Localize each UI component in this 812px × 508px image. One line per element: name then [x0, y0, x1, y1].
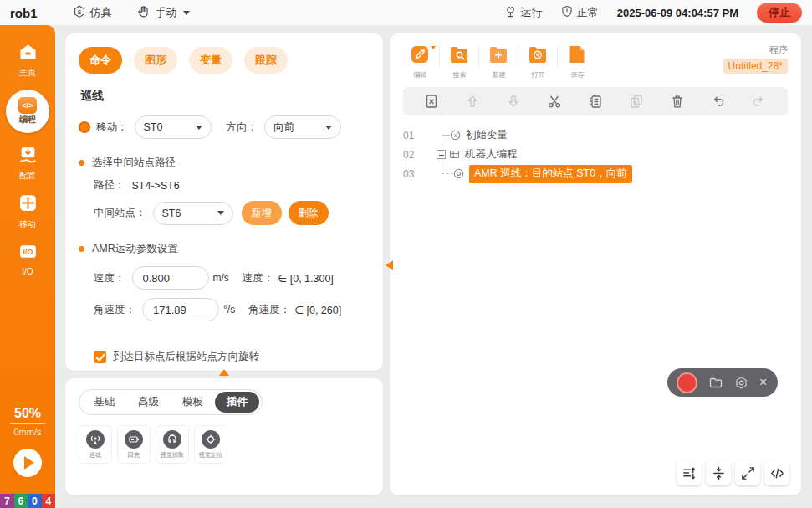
speed-input[interactable] — [132, 266, 209, 290]
sidebar-item-home[interactable]: 主页 — [0, 42, 55, 79]
search-icon — [448, 44, 470, 69]
tab-trace[interactable]: 跟踪 — [244, 47, 288, 74]
sidebar-item-move[interactable]: 移动 — [0, 192, 55, 230]
new-action-button[interactable]: 新建 — [482, 44, 515, 80]
svg-text:I/O: I/O — [23, 248, 33, 256]
program-meta: 程序 Untitled_28* — [723, 44, 788, 74]
edit-action-button[interactable]: 编辑 — [403, 44, 437, 80]
gear-icon[interactable] — [734, 376, 748, 390]
digit-tile: 4 — [42, 494, 56, 508]
direction-select[interactable]: 向前 — [264, 115, 341, 139]
tab-advanced[interactable]: 高级 — [126, 392, 171, 413]
cut-button[interactable] — [544, 91, 564, 111]
topbar: rob1 S 仿真 手动 运行 正常 2025-06-09 04:04:57 P… — [0, 0, 812, 25]
move-station-select[interactable]: ST0 — [135, 115, 212, 139]
path-section-header: 选择中间站点路径 — [79, 156, 370, 170]
plugin-recharge[interactable]: 回充 — [117, 425, 151, 464]
close-icon[interactable]: × — [759, 376, 767, 389]
command-title: 巡线 — [80, 89, 370, 104]
recorder-toolbar: × — [667, 368, 778, 397]
plugin-line-follow[interactable]: 巡线 — [79, 425, 112, 464]
amr-node-icon — [453, 168, 464, 179]
tree-row-amr-line-follow[interactable]: 03 AMR 巡线：目的站点 ST0，向前 — [403, 164, 788, 183]
angular-speed-row: 角速度： °/s 角速度： ∈ [0, 260] — [94, 298, 370, 321]
manual-mode-dropdown[interactable]: 手动 — [137, 4, 190, 21]
divider — [439, 45, 440, 67]
simulation-mode-button[interactable]: S 仿真 — [73, 5, 112, 21]
sidebar-nav: 主页 </> 编程 配置 移动 I/O I/O — [0, 42, 55, 287]
move-down-button[interactable] — [503, 91, 523, 111]
health-status-label: 正常 — [577, 5, 599, 20]
io-icon: I/O — [18, 241, 38, 265]
sidebar: 主页 </> 编程 配置 移动 I/O I/O 50% 0mm/s — [0, 25, 55, 508]
speed-indicator: 50% 0mm/s — [10, 406, 45, 437]
folder-icon[interactable] — [708, 375, 723, 390]
collapse-up-icon[interactable] — [219, 369, 229, 376]
divider — [10, 423, 45, 424]
plugin-vision-locate[interactable]: 视觉定位 — [194, 425, 227, 464]
copy-add-button[interactable] — [626, 91, 646, 111]
expand-button[interactable] — [735, 460, 760, 485]
command-panel: 命令 图形 变量 跟踪 巡线 移动： ST0 方向： 向前 选择中间站点路径 路… — [65, 33, 383, 371]
save-icon — [566, 44, 588, 69]
search-action-button[interactable]: 搜索 — [442, 44, 476, 80]
tab-command[interactable]: 命令 — [79, 47, 122, 74]
add-station-button[interactable]: 新增 — [242, 201, 282, 225]
redo-button[interactable] — [748, 91, 769, 111]
undo-button[interactable] — [708, 91, 728, 111]
line-follow-icon — [86, 430, 105, 449]
move-row: 移动： ST0 方向： 向前 — [79, 115, 370, 139]
program-header: 编辑 搜索 新建 打开 保存 — [403, 44, 788, 80]
tab-graphic[interactable]: 图形 — [134, 47, 177, 74]
code-view-button[interactable] — [764, 460, 789, 485]
plugin-vision-grab[interactable]: 视觉抓取 — [156, 425, 189, 464]
collapse-expander-icon[interactable] — [437, 150, 446, 159]
tab-plugin[interactable]: 插件 — [215, 392, 259, 413]
clear-block-button[interactable] — [421, 91, 442, 111]
save-action-button[interactable]: 保存 — [560, 44, 594, 80]
manual-label: 手动 — [156, 5, 177, 20]
path-row: 路径： ST4->ST6 — [94, 178, 370, 192]
code-icon: </> — [18, 97, 37, 114]
rotate-option-row: 到达目标点后根据站点方向旋转 — [94, 350, 370, 364]
delete-button[interactable] — [667, 91, 687, 111]
digit-tile: 7 — [0, 494, 14, 508]
mid-station-select[interactable]: ST6 — [153, 202, 233, 225]
chevron-down-icon — [196, 126, 202, 130]
recharge-icon — [125, 430, 143, 449]
plugin-list: 巡线 回充 视觉抓取 视觉定位 — [79, 425, 370, 464]
home-icon — [18, 42, 38, 65]
library-tabs: 基础 高级 模板 插件 — [79, 389, 263, 415]
tree-row-robot-program[interactable]: 02 机器人编程 — [403, 145, 788, 164]
tab-basic[interactable]: 基础 — [82, 392, 126, 413]
radio-selected-icon[interactable] — [79, 121, 90, 133]
open-action-button[interactable]: 打开 — [521, 44, 554, 80]
params-section-header: AMR运动参数设置 — [79, 242, 370, 256]
paste-list-button[interactable] — [585, 91, 605, 111]
tab-variable[interactable]: 变量 — [189, 47, 232, 74]
delete-station-button[interactable]: 删除 — [289, 201, 329, 225]
robot-program-icon — [449, 149, 460, 160]
edit-icon — [409, 44, 431, 69]
record-button[interactable] — [677, 372, 697, 393]
play-button[interactable] — [13, 449, 42, 477]
reorder-list-button[interactable] — [677, 460, 702, 485]
sidebar-item-config[interactable]: 配置 — [0, 144, 55, 182]
program-caption: 程序 — [723, 44, 788, 56]
angular-speed-input[interactable] — [142, 298, 219, 321]
sidebar-item-programming[interactable]: </> 编程 — [6, 90, 49, 133]
config-icon — [18, 144, 38, 168]
path-value: ST4->ST6 — [132, 180, 180, 192]
open-folder-icon — [527, 44, 549, 69]
program-panel: 编辑 搜索 新建 打开 保存 — [390, 33, 801, 495]
tab-template[interactable]: 模板 — [171, 392, 215, 413]
sidebar-item-io[interactable]: I/O I/O — [0, 241, 55, 276]
collapse-vertical-button[interactable] — [706, 460, 731, 485]
rotate-checkbox[interactable] — [94, 351, 106, 363]
digit-tile: 6 — [14, 494, 28, 508]
panel-collapse-left-icon[interactable] — [386, 260, 393, 270]
tree-row-init-vars[interactable]: 01 x 初始变量 — [403, 126, 788, 145]
chevron-down-icon — [325, 126, 332, 130]
stop-button[interactable]: 停止 — [757, 3, 802, 23]
move-up-button[interactable] — [462, 91, 483, 111]
